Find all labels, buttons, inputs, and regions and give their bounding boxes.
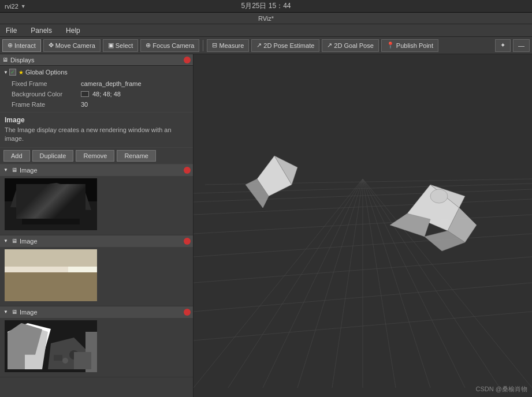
- svg-rect-1: [5, 201, 97, 230]
- global-options-icon: ★: [18, 69, 24, 76]
- svg-rect-24: [36, 283, 41, 286]
- image-svg-2: [5, 249, 97, 301]
- info-description: The Image display creates a new renderin…: [5, 126, 188, 144]
- image-panel-1-expand[interactable]: ▼: [2, 167, 9, 174]
- focus-camera-icon: ⊕: [146, 42, 151, 49]
- svg-rect-22: [25, 283, 29, 286]
- svg-rect-25: [42, 283, 47, 286]
- svg-point-27: [32, 283, 46, 294]
- svg-rect-14: [17, 276, 73, 291]
- svg-point-9: [62, 192, 64, 193]
- image-thumbnail-3: [5, 320, 97, 372]
- toolbar-extra-btn-1[interactable]: ✦: [495, 39, 511, 52]
- window-title: RViz*: [258, 15, 274, 22]
- svg-rect-18: [36, 278, 41, 281]
- frame-rate-key: Frame Rate: [12, 99, 81, 110]
- titlebar: rvi22 ▼ 5月25日 15：44: [0, 0, 532, 13]
- svg-rect-5: [34, 190, 68, 207]
- image-panel-3-close[interactable]: [184, 309, 191, 316]
- titlebar-dropdown-icon[interactable]: ▼: [21, 3, 26, 9]
- displays-title: 🖥 Displays: [2, 57, 35, 63]
- svg-rect-21: [19, 283, 24, 286]
- toolbar-extra-btn-2[interactable]: —: [513, 39, 530, 52]
- global-options-row[interactable]: ▼ ✓ ★ Global Options: [0, 67, 193, 77]
- svg-rect-19: [42, 278, 47, 281]
- svg-rect-33: [8, 352, 25, 369]
- svg-marker-3: [25, 183, 80, 206]
- measure-icon: ⊟: [212, 42, 217, 49]
- add-button[interactable]: Add: [3, 150, 30, 162]
- select-button[interactable]: ▣ Select: [103, 39, 139, 52]
- toolbar: ⊕ Interact ✥ Move Camera ▣ Select ⊕ Focu…: [0, 37, 532, 54]
- image-panel-3-expand[interactable]: ▼: [2, 309, 9, 316]
- image-panel-3-title: ▼ 🖥 Image: [2, 309, 38, 316]
- svg-rect-11: [5, 249, 97, 301]
- svg-rect-28: [68, 267, 97, 301]
- menu-panels[interactable]: Panels: [27, 25, 55, 36]
- info-title: Image: [5, 116, 188, 124]
- titlebar-left: rvi22 ▼: [5, 3, 26, 10]
- image-thumbnail-2: [5, 249, 97, 301]
- image-panel-1-monitor-icon: 🖥: [12, 167, 17, 173]
- svg-point-7: [44, 193, 46, 196]
- duplicate-button[interactable]: Duplicate: [32, 150, 74, 162]
- image-panel-2-header[interactable]: ▼ 🖥 Image: [0, 235, 193, 247]
- svg-rect-29: [8, 281, 19, 295]
- measure-button[interactable]: ⊟ Measure: [207, 39, 249, 52]
- displays-close-btn[interactable]: [184, 57, 191, 63]
- left-panel: 🖥 Displays ▼ ✓ ★ Global Options Fixed Fr…: [0, 54, 194, 397]
- watermark: CSDN @桑榆肖物: [476, 385, 527, 394]
- svg-rect-15: [19, 278, 24, 281]
- right-panel-3d[interactable]: CSDN @桑榆肖物: [194, 54, 532, 397]
- monitor-icon: 🖥: [2, 57, 8, 63]
- svg-point-26: [31, 284, 71, 298]
- image-panel-2-close[interactable]: [184, 238, 191, 245]
- interact-button[interactable]: ⊕ Interact: [2, 39, 41, 52]
- svg-point-35: [69, 350, 79, 359]
- action-buttons-row: Add Duplicate Remove Rename: [0, 148, 193, 164]
- image-displays: ▼ 🖥 Image: [0, 164, 193, 397]
- image-panel-2-monitor-icon: 🖥: [12, 238, 17, 244]
- pose-estimate-button[interactable]: ↗ 2D Pose Estimate: [251, 39, 319, 52]
- interact-icon: ⊕: [8, 42, 13, 49]
- menubar: File Panels Help: [0, 24, 532, 37]
- options-grid: Fixed Frame camera_depth_frame Backgroun…: [0, 77, 193, 111]
- image-thumbnail-1: [5, 178, 97, 230]
- image-panel-2-expand[interactable]: ▼: [2, 238, 9, 245]
- move-camera-button[interactable]: ✥ Move Camera: [43, 39, 101, 52]
- menu-help[interactable]: Help: [62, 25, 84, 36]
- info-box: Image The Image display creates a new re…: [0, 113, 193, 148]
- publish-point-icon: 📍: [386, 42, 395, 49]
- titlebar-datetime: 5月25日 15：44: [241, 1, 291, 11]
- global-options-expand[interactable]: ▼: [2, 69, 9, 76]
- frame-rate-val[interactable]: 30: [81, 99, 181, 110]
- goal-pose-icon: ↗: [327, 42, 332, 49]
- svg-point-36: [62, 358, 68, 364]
- publish-point-button[interactable]: 📍 Publish Point: [381, 39, 438, 52]
- background-color-swatch: [81, 91, 89, 97]
- goal-pose-button[interactable]: ↗ 2D Goal Pose: [322, 39, 378, 52]
- image-panel-1-title: ▼ 🖥 Image: [2, 167, 38, 174]
- global-options-checkbox[interactable]: ✓: [9, 69, 16, 76]
- svg-point-70: [430, 189, 448, 203]
- svg-rect-4: [22, 207, 80, 224]
- pose-estimate-icon: ↗: [256, 42, 262, 49]
- background-color-val[interactable]: 48; 48; 48: [81, 89, 181, 99]
- window-title-bar: RViz*: [0, 13, 532, 24]
- remove-button[interactable]: Remove: [76, 150, 114, 162]
- fixed-frame-val[interactable]: camera_depth_frame: [81, 78, 181, 89]
- toolbar-separator-1: [203, 40, 203, 51]
- rename-button[interactable]: Rename: [117, 150, 156, 162]
- move-camera-icon: ✥: [49, 42, 54, 49]
- displays-panel-header: 🖥 Displays: [0, 54, 193, 66]
- background-color-key: Background Color: [12, 89, 81, 99]
- image-panel-1-close[interactable]: [184, 167, 191, 174]
- image-panel-3-header[interactable]: ▼ 🖥 Image: [0, 306, 193, 318]
- svg-rect-38: [85, 332, 97, 372]
- image-panel-1-header[interactable]: ▼ 🖥 Image: [0, 164, 193, 176]
- svg-rect-16: [25, 278, 29, 281]
- svg-point-6: [35, 197, 38, 200]
- menu-file[interactable]: File: [2, 25, 20, 36]
- focus-camera-button[interactable]: ⊕ Focus Camera: [140, 39, 199, 52]
- app-name: rvi22: [5, 3, 18, 10]
